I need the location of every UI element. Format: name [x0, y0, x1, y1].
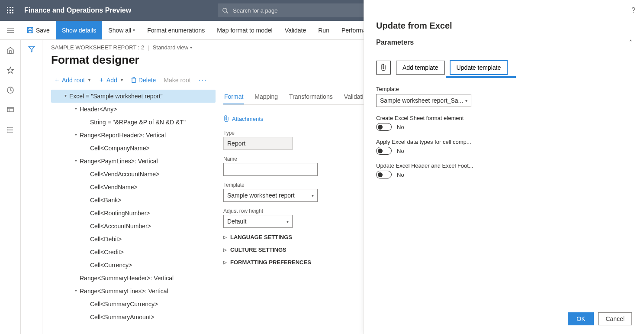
- delete-label: Delete: [138, 77, 156, 84]
- global-search[interactable]: [218, 3, 374, 17]
- create-sheet-toggle[interactable]: [376, 123, 392, 131]
- tree-node-label: Excel = "Sample worksheet report": [69, 93, 163, 100]
- tree-node[interactable]: Cell<VendAccountName>: [51, 168, 216, 181]
- add-root-label: Add root: [62, 77, 85, 84]
- parameters-section[interactable]: Parameters ˄: [376, 39, 632, 50]
- app-launcher-icon[interactable]: [0, 0, 21, 21]
- chevron-down-icon: ▾: [121, 78, 123, 82]
- add-template-button[interactable]: Add template: [396, 61, 445, 75]
- tab-transformations[interactable]: Transformations: [288, 90, 334, 104]
- tree-node[interactable]: ▴Excel = "Sample worksheet report": [51, 90, 216, 103]
- validate-label: Validate: [285, 27, 306, 34]
- home-icon[interactable]: [5, 45, 16, 55]
- run-button[interactable]: Run: [312, 21, 335, 39]
- chevron-down-icon: ▾: [133, 28, 135, 32]
- tree-node[interactable]: Range<SummaryHeader>: Vertical: [51, 272, 216, 285]
- svg-rect-8: [10, 51, 11, 53]
- name-input[interactable]: [223, 163, 318, 176]
- tree-node-label: Range<ReportHeader>: Vertical: [80, 132, 166, 139]
- ok-button[interactable]: OK: [568, 312, 594, 325]
- row-height-select[interactable]: Default ▾: [223, 215, 293, 228]
- chevron-down-icon: ▾: [465, 98, 467, 103]
- expander-icon[interactable]: ▴: [70, 289, 77, 294]
- type-input: [223, 137, 293, 150]
- cancel-button[interactable]: Cancel: [598, 312, 632, 325]
- search-input[interactable]: [232, 7, 369, 14]
- tree-node[interactable]: Cell<AccountNumber>: [51, 220, 216, 233]
- tab-format[interactable]: Format: [223, 90, 244, 104]
- tree-node[interactable]: Cell<Debit>: [51, 233, 216, 246]
- tab-mapping[interactable]: Mapping: [254, 90, 279, 104]
- tree-node[interactable]: Cell<SummaryAmount>: [51, 311, 216, 324]
- recent-icon[interactable]: [5, 85, 16, 95]
- tree-node[interactable]: ▴Range<PaymLines>: Vertical: [51, 155, 216, 168]
- trash-icon: [131, 77, 137, 83]
- tree-node-label: Cell<RoutingNumber>: [90, 210, 150, 217]
- tree-node-label: Range<SummaryHeader>: Vertical: [80, 275, 174, 282]
- validate-button[interactable]: Validate: [279, 21, 312, 39]
- tree-node-label: Cell<CompanyName>: [90, 145, 150, 152]
- tree-node-label: Cell<SummaryAmount>: [90, 314, 155, 321]
- tree-node[interactable]: Cell<Credit>: [51, 246, 216, 259]
- panel-template-value: Sample worksheet report_Sa...: [380, 97, 463, 104]
- triangle-right-icon: ▷: [223, 247, 227, 252]
- show-all-button[interactable]: Show all ▾: [102, 21, 141, 39]
- tree-node[interactable]: Cell<CompanyName>: [51, 142, 216, 155]
- format-tree[interactable]: ▴Excel = "Sample worksheet report"▴Heade…: [51, 90, 216, 334]
- add-template-label: Add template: [402, 64, 438, 71]
- formatting-prefs-label: FORMATTING PREFERENCES: [230, 259, 311, 266]
- resize-handle-icon[interactable]: [215, 211, 216, 221]
- view-selector[interactable]: Standard view ▾: [153, 44, 192, 51]
- attachments-label: Attachments: [232, 116, 263, 122]
- hamburger-icon[interactable]: [0, 21, 21, 39]
- update-template-button[interactable]: Update template: [450, 61, 508, 75]
- star-icon[interactable]: [5, 65, 16, 75]
- filter-icon[interactable]: [28, 45, 35, 53]
- svg-rect-6: [29, 27, 32, 29]
- more-button[interactable]: ···: [196, 73, 210, 87]
- update-headerfooter-toggle[interactable]: [376, 171, 392, 178]
- parameters-label: Parameters: [376, 39, 414, 46]
- tree-node[interactable]: ▴Range<ReportHeader>: Vertical: [51, 129, 216, 142]
- map-to-model-button[interactable]: Map format to model: [211, 21, 278, 39]
- add-button[interactable]: ＋ Add ▾: [96, 73, 126, 87]
- expander-icon[interactable]: ▴: [60, 94, 67, 99]
- save-button[interactable]: Save: [21, 21, 56, 39]
- modules-icon[interactable]: [5, 125, 16, 135]
- expander-icon[interactable]: ▴: [70, 133, 77, 138]
- tree-node[interactable]: Cell<SummaryCurrency>: [51, 298, 216, 311]
- apply-types-toggle[interactable]: [376, 147, 392, 155]
- svg-rect-10: [7, 107, 13, 112]
- workspace-icon[interactable]: [5, 105, 16, 115]
- tree-node-label: Cell<VendAccountName>: [90, 171, 159, 178]
- filter-rail: [21, 40, 42, 334]
- show-details-button[interactable]: Show details: [56, 21, 102, 39]
- tree-node-label: Cell<VendName>: [90, 184, 138, 191]
- breadcrumb-separator: |: [148, 44, 149, 51]
- panel-template-select[interactable]: Sample worksheet report_Sa... ▾: [376, 94, 471, 107]
- tree-node[interactable]: ▴Range<SummaryLines>: Vertical: [51, 285, 216, 298]
- tree-node[interactable]: String = "&RPage &P of &N &D &T": [51, 116, 216, 129]
- ok-label: OK: [576, 315, 585, 322]
- help-icon[interactable]: ?: [631, 6, 635, 14]
- chevron-up-icon: ˄: [629, 39, 632, 45]
- expander-icon[interactable]: ▴: [70, 107, 77, 112]
- expander-icon[interactable]: ▴: [70, 159, 77, 164]
- format-enum-label: Format enumerations: [147, 27, 205, 34]
- breadcrumb-report: SAMPLE WORKSHEET REPORT : 2: [51, 44, 144, 51]
- tree-node[interactable]: Cell<Bank>: [51, 194, 216, 207]
- tree-node[interactable]: ▴Header<Any>: [51, 103, 216, 116]
- delete-button[interactable]: Delete: [128, 74, 158, 86]
- run-label: Run: [318, 27, 329, 34]
- add-root-button[interactable]: ＋ Add root ▾: [51, 73, 93, 87]
- tree-node[interactable]: Cell<VendName>: [51, 181, 216, 194]
- tree-node[interactable]: Cell<Currency>: [51, 259, 216, 272]
- chevron-down-icon: ▾: [287, 219, 289, 224]
- format-enumerations-button[interactable]: Format enumerations: [141, 21, 211, 39]
- update-headerfooter-value: No: [397, 172, 404, 178]
- template-select[interactable]: Sample worksheet report ▾: [223, 189, 318, 202]
- update-template-label: Update template: [457, 64, 501, 71]
- tree-node[interactable]: Cell<RoutingNumber>: [51, 207, 216, 220]
- attachment-button[interactable]: [376, 61, 391, 75]
- map-to-model-label: Map format to model: [217, 27, 272, 34]
